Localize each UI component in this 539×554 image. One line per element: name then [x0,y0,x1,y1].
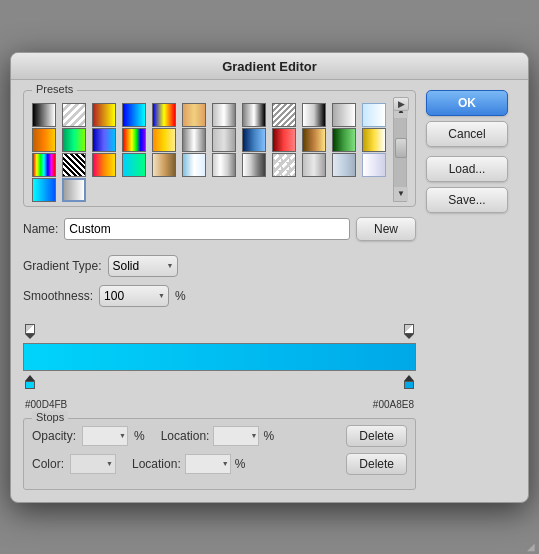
preset-swatch[interactable] [242,153,266,177]
preset-swatch[interactable] [152,153,176,177]
gradient-label-left: #00D4FB [25,399,67,410]
name-row: Name: New [23,215,416,243]
presets-arrow-icon[interactable]: ▶ [393,97,409,111]
gradient-bar[interactable] [23,343,416,371]
preset-swatch[interactable] [362,153,386,177]
preset-swatch[interactable] [62,103,86,127]
location-unit-2: % [235,457,246,471]
opacity-input-wrapper[interactable] [82,426,128,446]
preset-swatch[interactable] [92,128,116,152]
name-input[interactable] [64,218,350,240]
gradient-bar-wrapper[interactable] [23,343,416,371]
preset-swatch[interactable] [152,103,176,127]
gradient-type-select[interactable]: Solid Noise [108,255,178,277]
preset-swatch[interactable] [122,103,146,127]
location-input-wrapper-1[interactable] [213,426,259,446]
opacity-row: Opacity: % Location: % Delete [32,425,407,447]
preset-swatch[interactable] [122,153,146,177]
opacity-markers [23,323,416,339]
location-group-color: Location: % [132,454,245,474]
presets-menu-btn[interactable]: ▶ [393,97,409,111]
location-group-opacity: Location: % [161,426,274,446]
preset-swatch[interactable] [182,153,206,177]
location-label-1: Location: [161,429,210,443]
smoothness-row: Smoothness: 100 % [23,285,416,307]
scroll-down-btn[interactable]: ▼ [394,187,408,201]
name-label: Name: [23,222,58,236]
gradient-labels-row: #00D4FB #00A8E8 [23,399,416,410]
load-button[interactable]: Load... [426,156,508,182]
color-row: Color: Location: % Delete [32,453,407,475]
preset-swatch[interactable] [332,153,356,177]
delete-btn-1[interactable]: Delete [346,425,407,447]
preset-swatch[interactable] [92,153,116,177]
preset-swatch[interactable] [122,128,146,152]
preset-swatch[interactable] [212,153,236,177]
color-stop-right[interactable] [404,375,414,389]
preset-swatch[interactable] [242,103,266,127]
preset-swatch[interactable] [152,128,176,152]
opacity-label: Opacity: [32,429,76,443]
preset-swatch[interactable] [362,103,386,127]
location-unit-1: % [263,429,274,443]
stops-label: Stops [32,411,68,423]
location-label-2: Location: [132,457,181,471]
opacity-input[interactable] [82,426,128,446]
presets-scrollbar[interactable]: ▲ ▼ [393,103,407,202]
preset-swatch-selected[interactable] [62,178,86,202]
ok-button[interactable]: OK [426,90,508,116]
presets-swatches [32,103,391,202]
preset-swatch[interactable] [302,103,326,127]
smoothness-input-wrapper[interactable]: 100 [99,285,169,307]
preset-swatch[interactable] [302,153,326,177]
gradient-type-select-wrapper[interactable]: Solid Noise [108,255,178,277]
preset-swatch[interactable] [302,128,326,152]
preset-swatch[interactable] [62,128,86,152]
save-button[interactable]: Save... [426,187,508,213]
preset-swatch[interactable] [362,128,386,152]
opacity-unit: % [134,429,145,443]
preset-swatch[interactable] [62,153,86,177]
preset-swatch[interactable] [212,128,236,152]
preset-swatch[interactable] [272,103,296,127]
preset-swatch[interactable] [32,128,56,152]
gradient-settings: Gradient Type: Solid Noise Smoothness: 1… [23,251,416,315]
location-input-wrapper-2[interactable] [185,454,231,474]
smoothness-unit: % [175,289,186,303]
preset-swatch[interactable] [332,103,356,127]
preset-swatch[interactable] [32,178,56,202]
preset-swatch[interactable] [272,128,296,152]
cancel-button[interactable]: Cancel [426,121,508,147]
presets-label: Presets [32,83,77,95]
new-button[interactable]: New [356,217,416,241]
gradient-section: #00D4FB #00A8E8 [23,323,416,410]
preset-swatch[interactable] [92,103,116,127]
opacity-stop-left[interactable] [25,324,35,339]
preset-swatch[interactable] [332,128,356,152]
gradient-type-label: Gradient Type: [23,259,102,273]
color-swatch-btn[interactable] [70,454,116,474]
gradient-editor-dialog: Gradient Editor Presets ▶ [10,52,529,503]
preset-swatch[interactable] [32,103,56,127]
stop-color-box-right [404,381,414,389]
opacity-stop-right[interactable] [404,324,414,339]
gradient-label-right: #00A8E8 [373,399,414,410]
preset-swatch[interactable] [182,128,206,152]
delete-btn-2[interactable]: Delete [346,453,407,475]
scroll-thumb[interactable] [395,138,407,158]
gradient-type-row: Gradient Type: Solid Noise [23,255,416,277]
title-bar: Gradient Editor [11,53,528,80]
preset-swatch[interactable] [212,103,236,127]
smoothness-label: Smoothness: [23,289,93,303]
location-input-2[interactable] [185,454,231,474]
preset-swatch[interactable] [242,128,266,152]
preset-swatch[interactable] [182,103,206,127]
color-stop-left[interactable] [25,375,35,389]
location-input-1[interactable] [213,426,259,446]
right-panel: OK Cancel Load... Save... [426,90,516,490]
left-panel: Presets ▶ [23,90,416,490]
smoothness-input[interactable]: 100 [99,285,169,307]
preset-swatch[interactable] [272,153,296,177]
preset-swatch[interactable] [32,153,56,177]
dialog-title: Gradient Editor [222,59,317,74]
